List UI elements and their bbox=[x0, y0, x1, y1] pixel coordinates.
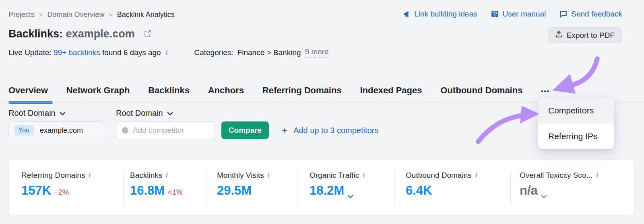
metric-divider bbox=[123, 171, 124, 205]
tab-referring-domains[interactable]: Referring Domains bbox=[262, 85, 342, 96]
tab-backlinks[interactable]: Backlinks bbox=[148, 85, 190, 96]
metric-delta: <1% bbox=[168, 188, 183, 197]
categories: Categories: Finance > Banking 9 more bbox=[194, 47, 328, 58]
metric-value: n/a bbox=[520, 183, 538, 198]
tab-outbound-domains[interactable]: Outbound Domains bbox=[440, 85, 522, 96]
backlink-analytics-page: Projects > Domain Overview > Backlink An… bbox=[0, 0, 644, 224]
metric-value: 6.4K bbox=[406, 183, 432, 198]
arrow-to-ellipsis-icon bbox=[552, 59, 597, 94]
title-domain: example.com bbox=[66, 28, 135, 40]
metric-label: Backlinks bbox=[130, 171, 162, 180]
send-feedback-label: Send feedback bbox=[571, 10, 622, 18]
you-badge: You bbox=[14, 125, 34, 136]
root-domain-select-competitor[interactable]: Root Domain bbox=[116, 109, 173, 118]
chat-bubble-icon bbox=[559, 10, 568, 18]
info-icon[interactable]: i bbox=[89, 171, 91, 179]
info-icon[interactable]: i bbox=[596, 171, 598, 179]
you-domain-value: example.com bbox=[40, 126, 83, 135]
tab-overview[interactable]: Overview bbox=[8, 85, 48, 96]
metric-divider bbox=[510, 171, 511, 205]
info-icon[interactable]: i bbox=[268, 171, 270, 179]
book-icon bbox=[491, 10, 499, 18]
root-domain-main-label: Root Domain bbox=[8, 109, 56, 118]
meta-row: Live Update: 99+ backlinks found 6 days … bbox=[8, 47, 329, 58]
categories-label: Categories: bbox=[194, 48, 233, 57]
chevron-down-icon[interactable] bbox=[541, 187, 547, 202]
chevron-down-icon[interactable] bbox=[347, 187, 353, 202]
tab-overflow-menu: Competitors Referring IPs bbox=[538, 98, 614, 149]
categories-value: Finance > Banking bbox=[237, 48, 301, 57]
page-title: Backlinks: example.com bbox=[8, 28, 135, 40]
competitor-dot-icon bbox=[122, 127, 128, 134]
upload-icon bbox=[555, 31, 563, 40]
external-link-icon[interactable] bbox=[143, 29, 152, 39]
metric-delta: –2% bbox=[54, 188, 69, 197]
add-competitor-field[interactable] bbox=[116, 121, 215, 139]
breadcrumb-separator-icon: > bbox=[39, 11, 43, 18]
info-icon[interactable]: i bbox=[166, 171, 168, 179]
megaphone-icon bbox=[402, 10, 411, 18]
title-row: Backlinks: example.com bbox=[8, 28, 152, 40]
backlinks-found-link[interactable]: 99+ backlinks bbox=[54, 48, 100, 57]
link-building-ideas-link[interactable]: Link building ideas bbox=[402, 10, 477, 18]
metrics-summary-card: Referring Domainsi 157K–2% Backlinksi 16… bbox=[8, 160, 635, 215]
add-competitors-label: Add up to 3 competitors bbox=[293, 126, 378, 135]
header-links: Link building ideas User manual Send fee… bbox=[402, 10, 622, 18]
breadcrumb-current-page: Backlink Analytics bbox=[117, 10, 175, 19]
plus-icon: + bbox=[282, 125, 287, 136]
categories-more-link[interactable]: 9 more bbox=[305, 47, 329, 58]
add-competitors-link[interactable]: + Add up to 3 competitors bbox=[282, 121, 378, 139]
metric-value: 18.2M bbox=[310, 183, 344, 198]
live-update-suffix: found 6 days ago bbox=[102, 48, 161, 57]
metric-label: Outbound Domains bbox=[406, 171, 472, 180]
metric-label: Overall Toxicity Sco... bbox=[520, 171, 592, 180]
chevron-down-icon bbox=[60, 109, 66, 118]
metric-value: 157K bbox=[21, 183, 51, 198]
breadcrumb-domain-overview[interactable]: Domain Overview bbox=[47, 10, 104, 19]
metric-label: Referring Domains bbox=[21, 171, 85, 180]
root-domain-select-main[interactable]: Root Domain bbox=[8, 109, 66, 118]
tab-anchors[interactable]: Anchors bbox=[208, 85, 244, 96]
metric-divider bbox=[394, 171, 395, 205]
root-domain-competitor-label: Root Domain bbox=[116, 109, 163, 118]
arrow-to-competitors-icon bbox=[478, 106, 539, 142]
metric-divider bbox=[206, 171, 207, 205]
metric-value: 29.5M bbox=[217, 183, 252, 198]
you-domain-chip[interactable]: You example.com bbox=[8, 121, 104, 139]
user-manual-label: User manual bbox=[503, 10, 546, 18]
info-icon[interactable]: i bbox=[166, 49, 168, 57]
chevron-down-icon bbox=[167, 109, 173, 118]
compare-button[interactable]: Compare bbox=[221, 121, 269, 139]
info-icon[interactable]: i bbox=[475, 171, 477, 179]
metric-divider bbox=[297, 171, 297, 205]
live-update-label: Live Update: bbox=[8, 48, 52, 57]
metric-label: Monthly Visits bbox=[217, 171, 264, 180]
user-manual-link[interactable]: User manual bbox=[491, 10, 546, 18]
menu-item-referring-ips[interactable]: Referring IPs bbox=[538, 123, 614, 149]
tab-bar: Overview Network Graph Backlinks Anchors… bbox=[8, 85, 550, 96]
add-competitor-input[interactable] bbox=[133, 126, 209, 135]
breadcrumb-separator-icon: > bbox=[109, 11, 112, 18]
title-prefix: Backlinks: bbox=[8, 28, 63, 40]
link-building-ideas-label: Link building ideas bbox=[414, 10, 477, 18]
breadcrumb-projects[interactable]: Projects bbox=[8, 10, 35, 19]
menu-item-competitors[interactable]: Competitors bbox=[538, 98, 614, 123]
breadcrumb: Projects > Domain Overview > Backlink An… bbox=[8, 10, 175, 19]
tab-indexed-pages[interactable]: Indexed Pages bbox=[360, 85, 422, 96]
metric-label: Organic Traffic bbox=[310, 171, 359, 180]
info-icon[interactable]: i bbox=[363, 171, 365, 179]
tab-overflow-ellipsis-icon[interactable]: ••• bbox=[541, 88, 550, 95]
export-to-pdf-label: Export to PDF bbox=[567, 31, 615, 40]
tab-network-graph[interactable]: Network Graph bbox=[66, 85, 130, 96]
metric-value: 16.8M bbox=[130, 183, 165, 198]
send-feedback-link[interactable]: Send feedback bbox=[559, 10, 622, 18]
export-to-pdf-button[interactable]: Export to PDF bbox=[548, 27, 622, 43]
